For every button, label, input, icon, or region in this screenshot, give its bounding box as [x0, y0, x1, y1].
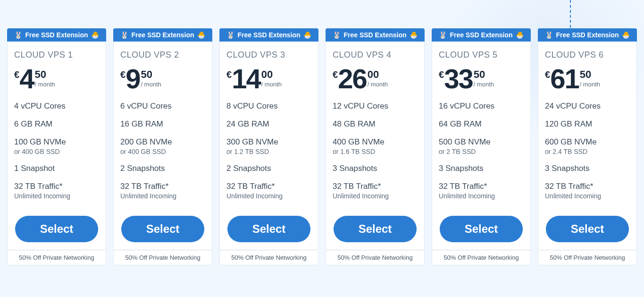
spec-storage: 400 GB NVMe or 1.6 TB SSD [333, 137, 418, 155]
spec-cpu: 24 vCPU Cores [545, 102, 630, 111]
promo-badge: 🐰 Free SSD Extension 🐣 [538, 28, 637, 42]
price-whole: 14 [232, 67, 260, 91]
spec-snapshots: 1 Snapshot [14, 164, 99, 173]
spec-cpu: 4 vCPU Cores [14, 102, 99, 111]
plan-card-2: 🐰 Free SSD Extension 🐣 CLOUD VPS 2 € 9 5… [113, 28, 212, 265]
spec-cpu: 12 vCPU Cores [333, 102, 418, 111]
price: € 26 00 / month [333, 67, 418, 91]
spec-list: 12 vCPU Cores 48 GB RAM 400 GB NVMe or 1… [333, 102, 418, 200]
spec-list: 8 vCPU Cores 24 GB RAM 300 GB NVMe or 1.… [226, 102, 311, 200]
promo-badge-text: Free SSD Extension [131, 31, 194, 39]
promo-badge: 🐰 Free SSD Extension 🐣 [432, 28, 531, 42]
promo-badge: 🐰 Free SSD Extension 🐣 [7, 28, 106, 42]
price-cents: 50 [474, 68, 494, 81]
spec-snapshots: 2 Snapshots [120, 164, 205, 173]
spec-list: 6 vCPU Cores 16 GB RAM 200 GB NVMe or 40… [120, 102, 205, 200]
promo-badge-text: Free SSD Extension [25, 31, 88, 39]
spec-snapshots: 3 Snapshots [439, 164, 524, 173]
price-interval: / month [34, 81, 55, 88]
spec-snapshots: 3 Snapshots [545, 164, 630, 173]
select-button[interactable]: Select [15, 216, 99, 242]
currency-symbol: € [333, 69, 338, 80]
chick-icon: 🐣 [410, 31, 418, 39]
plan-title: CLOUD VPS 3 [226, 50, 311, 60]
rabbit-icon: 🐰 [333, 31, 341, 39]
spec-list: 24 vCPU Cores 120 GB RAM 600 GB NVMe or … [545, 102, 630, 200]
price-interval: / month [141, 81, 161, 88]
currency-symbol: € [14, 69, 19, 80]
spec-traffic: 32 TB Traffic* Unlimited Incoming [226, 182, 311, 200]
spec-traffic: 32 TB Traffic* Unlimited Incoming [545, 182, 630, 200]
price: € 61 50 / month [545, 67, 630, 91]
promo-badge-text: Free SSD Extension [237, 31, 300, 39]
price-interval: / month [580, 81, 600, 88]
chick-icon: 🐣 [91, 31, 99, 39]
spec-ram: 120 GB RAM [545, 119, 630, 129]
spec-ram: 6 GB RAM [14, 119, 99, 129]
plan-title: CLOUD VPS 2 [120, 50, 205, 60]
spec-snapshots: 3 Snapshots [333, 164, 418, 173]
spec-traffic: 32 TB Traffic* Unlimited Incoming [333, 182, 418, 200]
price-interval: / month [474, 81, 494, 88]
price-whole: 9 [125, 67, 140, 91]
select-button[interactable]: Select [121, 216, 205, 242]
spec-storage: 200 GB NVMe or 400 GB SSD [120, 137, 205, 155]
chick-icon: 🐣 [197, 31, 205, 39]
price-interval: / month [368, 81, 388, 88]
discount-note: 50% Off Private Networking [326, 250, 424, 265]
currency-symbol: € [439, 69, 444, 80]
spec-cpu: 6 vCPU Cores [120, 102, 205, 111]
rabbit-icon: 🐰 [439, 31, 447, 39]
plan-title: CLOUD VPS 6 [545, 50, 630, 60]
discount-note: 50% Off Private Networking [8, 250, 106, 265]
card-body: CLOUD VPS 2 € 9 50 / month 6 vCPU Cores … [114, 42, 212, 216]
promo-badge-text: Free SSD Extension [343, 31, 406, 39]
select-button[interactable]: Select [546, 216, 629, 242]
price-whole: 61 [550, 67, 579, 91]
promo-badge-text: Free SSD Extension [450, 31, 512, 39]
chick-icon: 🐣 [622, 31, 630, 39]
spec-traffic: 32 TB Traffic* Unlimited Incoming [439, 182, 524, 200]
spec-ram: 24 GB RAM [226, 119, 311, 129]
chick-icon: 🐣 [516, 31, 524, 39]
price: € 14 00 / month [226, 67, 311, 91]
promo-badge-text: Free SSD Extension [556, 31, 619, 39]
price: € 9 50 / month [120, 67, 205, 91]
discount-note: 50% Off Private Networking [432, 250, 530, 265]
plan-card-1: 🐰 Free SSD Extension 🐣 CLOUD VPS 1 € 4 5… [7, 28, 106, 265]
spec-storage: 300 GB NVMe or 1.2 TB SSD [226, 137, 311, 155]
price-whole: 26 [338, 67, 367, 91]
currency-symbol: € [226, 69, 232, 80]
rabbit-icon: 🐰 [545, 31, 553, 39]
card-body: CLOUD VPS 4 € 26 00 / month 12 vCPU Core… [326, 42, 424, 216]
price-whole: 4 [19, 67, 33, 91]
spec-storage: 600 GB NVMe or 2.4 TB SSD [545, 137, 630, 155]
card-body: CLOUD VPS 5 € 33 50 / month 16 vCPU Core… [432, 42, 530, 216]
rabbit-icon: 🐰 [226, 31, 234, 39]
spec-snapshots: 2 Snapshots [226, 164, 311, 173]
plan-card-5: 🐰 Free SSD Extension 🐣 CLOUD VPS 5 € 33 … [432, 28, 531, 265]
select-button[interactable]: Select [227, 216, 311, 242]
discount-note: 50% Off Private Networking [538, 250, 636, 265]
card-body: CLOUD VPS 6 € 61 50 / month 24 vCPU Core… [538, 42, 636, 216]
spec-traffic: 32 TB Traffic* Unlimited Incoming [120, 182, 205, 200]
discount-note: 50% Off Private Networking [114, 250, 212, 265]
select-button[interactable]: Select [334, 216, 417, 242]
pricing-grid: 🐰 Free SSD Extension 🐣 CLOUD VPS 1 € 4 5… [5, 28, 639, 265]
select-button[interactable]: Select [440, 216, 523, 242]
spec-traffic: 32 TB Traffic* Unlimited Incoming [14, 182, 99, 200]
spec-list: 4 vCPU Cores 6 GB RAM 100 GB NVMe or 400… [14, 102, 99, 200]
plan-title: CLOUD VPS 1 [14, 50, 99, 60]
rabbit-icon: 🐰 [14, 31, 22, 39]
price-interval: / month [261, 81, 282, 88]
spec-list: 16 vCPU Cores 64 GB RAM 500 GB NVMe or 2… [439, 102, 524, 200]
plan-card-6: 🐰 Free SSD Extension 🐣 CLOUD VPS 6 € 61 … [538, 28, 637, 265]
price-cents: 50 [141, 68, 161, 81]
price-whole: 33 [444, 67, 473, 91]
price-cents: 50 [34, 68, 55, 81]
chick-icon: 🐣 [303, 31, 311, 39]
spec-cpu: 16 vCPU Cores [439, 102, 524, 111]
discount-note: 50% Off Private Networking [220, 250, 318, 265]
spec-storage: 500 GB NVMe or 2 TB SSD [439, 137, 524, 155]
currency-symbol: € [120, 69, 125, 80]
